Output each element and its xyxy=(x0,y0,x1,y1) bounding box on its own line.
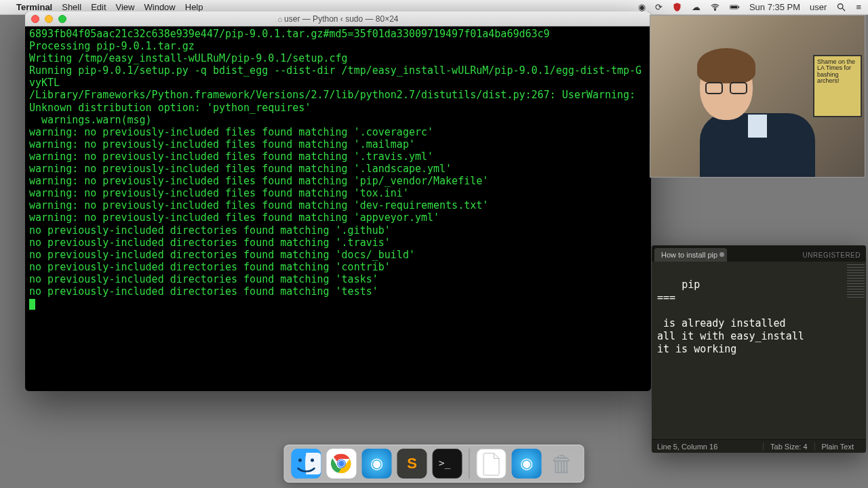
webcam-feed: Shame on the LA Times for bashing archer… xyxy=(650,15,865,178)
svg-line-5 xyxy=(843,8,846,11)
menubar-app-name[interactable]: Terminal xyxy=(16,2,52,12)
window-close-button[interactable] xyxy=(31,15,39,23)
sublime-status-tabsize[interactable]: Tab Size: 4 xyxy=(763,443,814,451)
dock: ◉ S >_ ◉ 🗑 xyxy=(284,445,585,483)
svg-point-12 xyxy=(338,461,344,467)
terminal-window: ⌂user — Python ‹ sudo — 80×24 6893fb04f0… xyxy=(25,12,651,391)
sublime-content: pip === is already installed all it with… xyxy=(657,279,804,355)
sublime-minimap[interactable] xyxy=(847,264,865,298)
dirty-indicator-icon xyxy=(719,252,724,257)
dock-sublime-icon[interactable]: S xyxy=(397,449,427,479)
status-cloud-icon[interactable]: ☁ xyxy=(692,2,701,12)
dock-terminal-icon[interactable]: >_ xyxy=(433,449,462,479)
svg-point-7 xyxy=(298,459,302,462)
dock-trash-icon[interactable]: 🗑 xyxy=(547,449,577,479)
menu-extra-icon[interactable]: ≡ xyxy=(856,2,861,12)
sublime-editor[interactable]: pip === is already installed all it with… xyxy=(652,262,866,439)
sublime-unregistered-label: UNREGISTERED xyxy=(803,249,861,262)
sublime-statusbar: Line 5, Column 16 Tab Size: 4 Plain Text xyxy=(652,439,866,453)
dock-app-circle-icon[interactable]: ◉ xyxy=(362,449,392,479)
terminal-output[interactable]: 6893fb04f05aac21c32c638e939e447/pip-9.0.… xyxy=(25,26,651,391)
status-record-icon[interactable]: ◉ xyxy=(638,2,646,12)
svg-rect-2 xyxy=(738,6,739,7)
menu-edit[interactable]: Edit xyxy=(91,2,106,12)
status-shield-icon[interactable] xyxy=(672,2,682,12)
svg-point-0 xyxy=(715,9,716,10)
status-wifi-icon[interactable] xyxy=(710,2,720,12)
svg-text:>_: >_ xyxy=(439,458,451,469)
terminal-titlebar[interactable]: ⌂user — Python ‹ sudo — 80×24 xyxy=(25,12,651,26)
sublime-status-position[interactable]: Line 5, Column 16 xyxy=(657,443,717,451)
menubar-clock[interactable]: Sun 7:35 PM xyxy=(749,2,800,12)
menu-shell[interactable]: Shell xyxy=(62,2,81,12)
terminal-title: user — Python ‹ sudo — 80×24 xyxy=(284,14,398,24)
svg-rect-3 xyxy=(731,6,738,8)
sublime-window: How to install pip UNREGISTERED pip === … xyxy=(652,245,866,453)
dock-document-icon[interactable] xyxy=(477,449,507,479)
status-battery-icon[interactable] xyxy=(730,2,740,12)
sublime-tab[interactable]: How to install pip xyxy=(654,248,727,262)
menubar-user[interactable]: user xyxy=(810,2,827,12)
background-sign: Shame on the LA Times for bashing archer… xyxy=(813,55,862,117)
svg-point-4 xyxy=(838,4,844,9)
spotlight-icon[interactable] xyxy=(836,2,846,12)
sublime-tab-label: How to install pip xyxy=(661,251,717,259)
dock-finder-icon[interactable] xyxy=(292,449,321,479)
home-folder-icon: ⌂ xyxy=(277,15,282,23)
dock-chrome-icon[interactable] xyxy=(327,449,357,479)
window-minimize-button[interactable] xyxy=(45,15,53,23)
menu-view[interactable]: View xyxy=(116,2,135,12)
svg-point-8 xyxy=(311,459,314,462)
status-sync-icon[interactable]: ⟳ xyxy=(655,2,663,12)
window-zoom-button[interactable] xyxy=(58,15,66,23)
menu-window[interactable]: Window xyxy=(144,2,176,12)
webcam-person xyxy=(700,52,815,178)
sublime-tabbar: How to install pip UNREGISTERED xyxy=(652,245,866,262)
menu-help[interactable]: Help xyxy=(185,2,203,12)
dock-separator xyxy=(469,449,470,479)
dock-app-circle2-icon[interactable]: ◉ xyxy=(512,449,542,479)
sublime-status-syntax[interactable]: Plain Text xyxy=(814,443,861,451)
